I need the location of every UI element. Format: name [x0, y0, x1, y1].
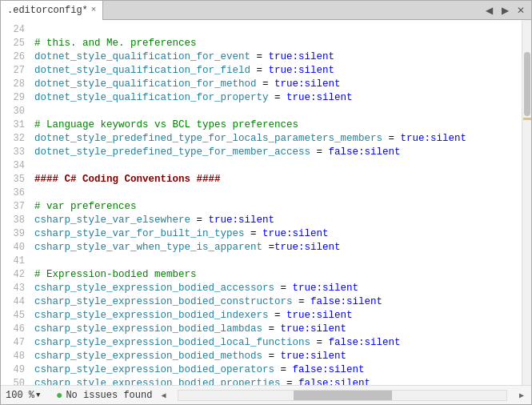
code-token: csharp_style_expression_bodied_propertie…	[34, 378, 281, 385]
line-number: 49	[1, 363, 31, 377]
line-number: 41	[1, 255, 31, 268]
code-token: =	[382, 133, 401, 144]
code-token: csharp_style_var_for_built_in_types	[34, 228, 245, 239]
code-line: csharp_style_var_for_built_in_types = tr…	[34, 227, 522, 241]
code-token: =	[250, 65, 269, 76]
code-line: csharp_style_var_elsewhere = true:silent	[34, 214, 522, 227]
check-icon: ●	[56, 389, 62, 402]
code-token: false:silent	[310, 296, 382, 307]
code-line: csharp_style_expression_bodied_lambdas =…	[34, 323, 522, 336]
line-number: 27	[1, 64, 31, 78]
line-number: 30	[1, 105, 31, 118]
code-line: # Language keywords vs BCL types prefere…	[34, 118, 522, 132]
code-token: dotnet_style_qualification_for_field	[34, 65, 250, 76]
scrollbar-thumb[interactable]	[524, 52, 530, 116]
code-token: dotnet_style_qualification_for_property	[34, 92, 269, 103]
code-token: csharp_style_expression_bodied_lambdas	[34, 323, 262, 335]
scroll-right-button[interactable]: ▶	[498, 3, 512, 18]
code-token: dotnet_style_predefined_type_for_member_…	[34, 146, 310, 158]
code-token: =	[262, 242, 274, 253]
code-token: csharp_style_expression_bodied_construct…	[34, 296, 293, 307]
code-line: # var preferences	[34, 200, 522, 214]
tab-close-button[interactable]: ×	[91, 6, 97, 14]
line-numbers: 2425262728293031323334353637383940414243…	[1, 20, 31, 385]
editor-tab[interactable]: .editorconfig* ×	[1, 1, 103, 20]
code-line: dotnet_style_qualification_for_property …	[34, 91, 522, 105]
code-token: dotnet_style_qualification_for_event	[34, 51, 250, 62]
code-token: =	[274, 283, 293, 294]
code-token: =	[293, 296, 311, 307]
line-number: 47	[1, 336, 31, 350]
line-number: 24	[1, 23, 31, 37]
scroll-left-arrow[interactable]: ◀	[158, 390, 168, 401]
code-token: #### C# Coding Conventions ####	[34, 174, 221, 185]
code-token: true:silent	[281, 351, 347, 362]
line-number: 45	[1, 309, 31, 323]
code-line: csharp_style_expression_bodied_methods =…	[34, 350, 522, 363]
line-number: 35	[1, 173, 31, 186]
code-token: true:silent	[209, 215, 275, 226]
line-number: 25	[1, 37, 31, 50]
code-line: dotnet_style_qualification_for_event = t…	[34, 50, 522, 64]
issues-status: ● No issues found	[56, 389, 152, 402]
code-token: false:silent	[293, 364, 365, 375]
close-all-button[interactable]: ✕	[514, 3, 528, 18]
line-number: 28	[1, 78, 31, 91]
line-number: 34	[1, 159, 31, 173]
code-line: # this. and Me. preferences	[34, 37, 522, 50]
code-token: true:silent	[269, 51, 335, 62]
code-token: =	[250, 51, 269, 62]
line-number: 26	[1, 50, 31, 64]
line-number: 43	[1, 282, 31, 295]
line-number: 44	[1, 295, 31, 309]
code-line	[34, 159, 522, 173]
tab-title: .editorconfig*	[7, 5, 88, 16]
code-token: csharp_style_expression_bodied_indexers	[34, 310, 269, 321]
vertical-scrollbar[interactable]	[522, 20, 531, 385]
editor-body: 2425262728293031323334353637383940414243…	[1, 20, 531, 385]
scrollbar-marker	[523, 118, 531, 120]
code-token: true:silent	[286, 310, 353, 321]
code-line	[34, 255, 522, 268]
code-line	[34, 186, 522, 200]
horizontal-scrollbar[interactable]	[178, 390, 507, 401]
code-token: csharp_style_var_elsewhere	[34, 215, 190, 226]
code-token: =	[190, 215, 209, 226]
code-line: csharp_style_expression_bodied_local_fun…	[34, 336, 522, 350]
zoom-control[interactable]: 100 % ▼	[6, 390, 50, 401]
code-token: false:silent	[329, 146, 401, 158]
scroll-right-arrow[interactable]: ▶	[517, 390, 526, 401]
code-token: =	[310, 337, 329, 348]
code-token: # Language keywords vs BCL types prefere…	[34, 119, 298, 130]
code-token: false:silent	[329, 337, 401, 348]
code-token: true:silent	[274, 78, 341, 90]
zoom-value: 100 %	[6, 390, 34, 401]
code-line: # Expression-bodied members	[34, 268, 522, 282]
line-number: 50	[1, 377, 31, 385]
code-token: dotnet_style_qualification_for_method	[34, 78, 257, 90]
code-token: dotnet_style_predefined_type_for_locals_…	[34, 133, 382, 144]
line-number: 33	[1, 146, 31, 159]
code-token: true:silent	[293, 283, 359, 294]
code-line: csharp_style_expression_bodied_indexers …	[34, 309, 522, 323]
code-line: dotnet_style_predefined_type_for_locals_…	[34, 132, 522, 146]
code-line: #### C# Coding Conventions ####	[34, 173, 522, 186]
code-token: =	[257, 78, 275, 90]
code-token: =	[274, 364, 293, 375]
code-token: false:silent	[298, 378, 370, 385]
line-number: 48	[1, 350, 31, 363]
line-number: 29	[1, 91, 31, 105]
zoom-dropdown-icon[interactable]: ▼	[36, 391, 40, 399]
code-token: csharp_style_var_when_type_is_apparent	[34, 242, 262, 253]
scroll-left-button[interactable]: ◀	[482, 3, 496, 18]
code-token: =	[281, 378, 299, 385]
h-scrollbar-thumb[interactable]	[294, 391, 392, 400]
code-token: csharp_style_expression_bodied_operators	[34, 364, 274, 375]
line-number: 31	[1, 118, 31, 132]
code-token: =	[269, 310, 287, 321]
code-area[interactable]: # this. and Me. preferences dotnet_style…	[31, 20, 522, 385]
code-token: true:silent	[281, 323, 347, 335]
code-line	[34, 23, 522, 37]
code-token: # this. and Me. preferences	[34, 38, 197, 49]
code-line: dotnet_style_qualification_for_method = …	[34, 78, 522, 91]
